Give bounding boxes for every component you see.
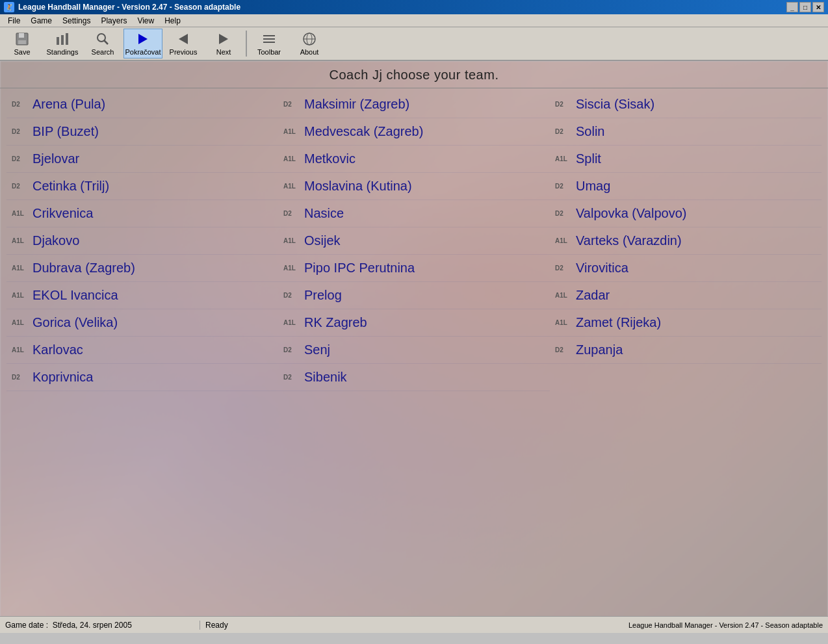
team-row[interactable]: A1L Varteks (Varazdin): [550, 227, 822, 255]
about-button[interactable]: About: [290, 29, 329, 58]
status-date: Game date : Středa, 24. srpen 2005: [5, 621, 200, 630]
menu-players[interactable]: Players: [96, 15, 132, 27]
svg-rect-12: [263, 38, 275, 40]
team-row[interactable]: A1L Gorica (Velika): [6, 309, 278, 337]
search-button[interactable]: Search: [83, 29, 122, 58]
team-name: Varteks (Varazdin): [576, 233, 682, 248]
menu-settings[interactable]: Settings: [57, 15, 96, 27]
team-badge: A1L: [12, 319, 30, 326]
team-name: Zupanja: [576, 342, 623, 357]
standings-button[interactable]: Standings: [43, 29, 82, 58]
team-badge: A1L: [555, 155, 573, 162]
team-row[interactable]: D2 Arena (Pula): [6, 91, 278, 118]
svg-rect-13: [263, 42, 275, 43]
team-row[interactable]: A1L Zadar: [550, 282, 822, 309]
team-name: Pipo IPC Perutnina: [304, 261, 415, 276]
team-row[interactable]: A1L Djakovo: [6, 227, 278, 255]
team-name: Umag: [576, 179, 610, 194]
team-badge: D2: [283, 292, 302, 299]
menu-bar: File Game Settings Players View Help: [0, 14, 828, 27]
team-name: Medvescak (Zagreb): [304, 124, 423, 139]
about-label: About: [300, 48, 319, 56]
team-badge: D2: [555, 346, 573, 354]
team-row[interactable]: D2 Nasice: [278, 200, 550, 227]
minimize-button[interactable]: _: [786, 2, 798, 12]
next-button[interactable]: Next: [204, 29, 243, 58]
title-bar-text: League Handball Manager - Version 2.47 -…: [18, 3, 240, 12]
team-row[interactable]: D2 Solin: [550, 118, 822, 146]
team-badge: D2: [12, 128, 30, 135]
save-button[interactable]: Save: [3, 29, 42, 58]
team-name: RK Zagreb: [304, 315, 367, 330]
team-row[interactable]: D2 Cetinka (Trilj): [6, 173, 278, 200]
team-badge: A1L: [555, 319, 573, 326]
team-row[interactable]: D2 Zupanja: [550, 337, 822, 364]
team-row[interactable]: A1L Split: [550, 146, 822, 173]
team-badge: A1L: [12, 210, 30, 217]
team-row[interactable]: D2 Sibenik: [278, 364, 550, 391]
team-row[interactable]: A1L Osijek: [278, 227, 550, 255]
menu-view[interactable]: View: [132, 15, 159, 27]
svg-rect-1: [19, 33, 24, 38]
team-row[interactable]: A1L Zamet (Rijeka): [550, 309, 822, 337]
pokracovat-icon: [135, 31, 151, 47]
team-badge: A1L: [283, 319, 302, 326]
teams-grid: D2 Arena (Pula) D2 BIP (Buzet) D2 Bjelov…: [0, 91, 828, 391]
team-list-container: Coach Jj choose your team. D2 Arena (Pul…: [0, 61, 828, 633]
team-row[interactable]: A1L Crikvenica: [6, 200, 278, 227]
team-row[interactable]: A1L RK Zagreb: [278, 309, 550, 337]
team-badge: A1L: [283, 128, 302, 135]
team-row[interactable]: A1L Karlovac: [6, 337, 278, 364]
team-row[interactable]: D2 Koprivnica: [6, 364, 278, 391]
team-badge: D2: [283, 346, 302, 354]
team-row[interactable]: D2 Virovitica: [550, 255, 822, 282]
svg-marker-8: [138, 34, 148, 44]
toolbar-separator: [246, 31, 247, 57]
team-row[interactable]: A1L Metkovic: [278, 146, 550, 173]
team-name: Dubrava (Zagreb): [32, 261, 135, 276]
game-date-label: Game date :: [5, 621, 48, 630]
status-ready: Ready: [200, 621, 228, 630]
team-name: Nasice: [304, 206, 344, 221]
team-badge: D2: [12, 183, 30, 190]
team-row[interactable]: A1L Moslavina (Kutina): [278, 173, 550, 200]
svg-rect-4: [61, 35, 64, 45]
team-name: Metkovic: [304, 151, 356, 166]
team-row[interactable]: D2 Senj: [278, 337, 550, 364]
previous-button[interactable]: Previous: [164, 29, 203, 58]
team-badge: D2: [12, 101, 30, 108]
menu-help[interactable]: Help: [159, 15, 186, 27]
team-row[interactable]: A1L EKOL Ivancica: [6, 282, 278, 309]
team-row[interactable]: D2 Maksimir (Zagreb): [278, 91, 550, 118]
maximize-button[interactable]: □: [799, 2, 811, 12]
toolbar-label: Toolbar: [257, 48, 281, 56]
team-row[interactable]: D2 Umag: [550, 173, 822, 200]
team-row[interactable]: D2 Siscia (Sisak): [550, 91, 822, 118]
team-row[interactable]: D2 Valpovka (Valpovo): [550, 200, 822, 227]
team-row[interactable]: A1L Pipo IPC Perutnina: [278, 255, 550, 282]
team-name: Virovitica: [576, 261, 628, 276]
toolbar-button[interactable]: Toolbar: [250, 29, 289, 58]
title-bar-left: 🤾 League Handball Manager - Version 2.47…: [4, 2, 240, 12]
page-header: Coach Jj choose your team.: [0, 61, 828, 88]
previous-label: Previous: [170, 48, 198, 56]
svg-rect-5: [66, 33, 68, 45]
team-badge: D2: [12, 374, 30, 381]
pokracovat-button[interactable]: Pokračovat: [123, 29, 162, 58]
team-row[interactable]: D2 BIP (Buzet): [6, 118, 278, 146]
menu-game[interactable]: Game: [25, 15, 57, 27]
team-badge: A1L: [12, 346, 30, 354]
game-date-value: Středa, 24. srpen 2005: [53, 621, 132, 630]
team-badge: D2: [555, 101, 573, 108]
team-name: Cetinka (Trilj): [32, 179, 109, 194]
team-row[interactable]: D2 Bjelovar: [6, 146, 278, 173]
svg-line-7: [104, 40, 108, 44]
team-badge: D2: [555, 128, 573, 135]
team-row[interactable]: D2 Prelog: [278, 282, 550, 309]
column-3: D2 Siscia (Sisak) D2 Solin A1L Split D2 …: [550, 91, 822, 391]
title-bar-buttons[interactable]: _ □ ✕: [786, 2, 824, 12]
close-button[interactable]: ✕: [812, 2, 824, 12]
team-row[interactable]: A1L Medvescak (Zagreb): [278, 118, 550, 146]
team-row[interactable]: A1L Dubrava (Zagreb): [6, 255, 278, 282]
menu-file[interactable]: File: [3, 15, 25, 27]
